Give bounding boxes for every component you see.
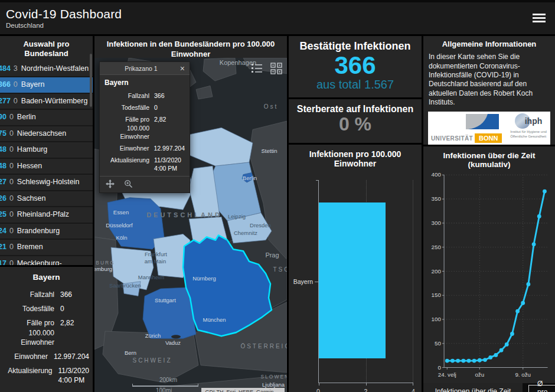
logo-banner: UNIVERSITÄT BONN ihph Institut für Hygie… <box>428 112 550 145</box>
basemap-icon[interactable] <box>270 63 282 77</box>
sidebar-item-schleswig-holstein[interactable]: 270Schleswig-Holstein <box>0 175 93 191</box>
bonn-label: BONN <box>475 133 502 143</box>
death-rate-panel: Sterberate auf Infektionen 0 % <box>289 99 422 143</box>
map-attribution: GDI-TH, Esri, HERE, Garmin, ... <box>201 388 285 392</box>
confirmed-subtext: aus total 1.567 <box>289 78 422 92</box>
bar-chart-panel: Infektionen pro 100.000 Einwohner Bayern <box>289 145 422 392</box>
svg-text:SLOWENI: SLOWENI <box>260 374 287 380</box>
tab-avg-pro-tag[interactable]: Ø pro Tag <box>528 385 555 392</box>
details-title: Bayern <box>0 268 93 285</box>
ihph-label: ihph <box>525 116 543 126</box>
popup-header: Prikazano 1 × <box>100 62 190 75</box>
uni-label: UNIVERSITÄT <box>431 135 473 142</box>
sidebar-item-nordrhein-westfalen[interactable]: 4843Nordrhein-Westfalen <box>0 61 93 78</box>
map-toolbar <box>250 63 282 77</box>
bar <box>319 202 386 358</box>
sidebar-item-berlin[interactable]: 900Berlin <box>0 110 93 126</box>
svg-text:Prag: Prag <box>265 251 279 258</box>
legend-icon[interactable] <box>250 63 263 77</box>
kv-row: Fälle pro 100.000 Einwohner2,82 <box>4 318 89 347</box>
svg-text:0: 0 <box>438 364 441 371</box>
svg-text:Köln: Köln <box>116 234 128 241</box>
column-stats: Bestätigte Infektionen 366 aus total 1.5… <box>289 36 422 392</box>
svg-text:Leipzig: Leipzig <box>228 213 246 220</box>
sidebar-item-mecklenburg-vorpommern[interactable]: 170Mecklenburg-Vorpommern <box>0 256 93 266</box>
chart-tabs: Infektionen über die Zeit Ø pro Tag <box>423 383 555 392</box>
details-panel: Bayern Fallzahl366Todesfälle0Fälle pro 1… <box>0 267 93 392</box>
svg-text:ožu: ožu <box>475 371 484 378</box>
svg-text:200: 200 <box>432 268 442 275</box>
popup-rows: Fallzahl366Todesfälle0Fälle pro 100.000 … <box>100 92 190 172</box>
popup-header-title: Prikazano 1 <box>103 65 179 72</box>
list-panel-title: Auswahl pro Bundesland <box>0 36 93 61</box>
info-text: In dieser Karte sehen Sie die dokumentie… <box>423 51 555 107</box>
confirmed-title: Bestätigte Infektionen <box>289 36 422 53</box>
bar-category-label: Bayern <box>293 278 313 285</box>
close-icon[interactable]: × <box>179 64 186 73</box>
svg-text:Stuttgart: Stuttgart <box>155 297 176 303</box>
scale-bar: 200km 100mi <box>132 377 198 392</box>
svg-text:24. velj: 24. velj <box>438 371 456 378</box>
scale-mi-label: 100mi <box>132 387 198 392</box>
svg-text:250: 250 <box>432 244 442 250</box>
column-map: Infektionen in den Bundesländern pro 100… <box>94 36 287 392</box>
zoom-in-icon[interactable] <box>124 179 133 190</box>
uni-bonn-curve-icon <box>466 114 499 129</box>
ihph-logo: ihph Institut für Hygiene und Öffentlich… <box>510 113 547 143</box>
sidebar-item-bremen[interactable]: 210Bremen <box>0 240 93 256</box>
sidebar-item-baden-w-rttemberg[interactable]: 2770Baden-Württemberg <box>0 94 93 110</box>
death-rate-value: 0 % <box>289 115 422 135</box>
sidebar-item-bayern[interactable]: 3660Bayern <box>0 77 93 94</box>
scale-km-label: 200km <box>132 377 198 383</box>
svg-text:MBURG: MBURG <box>94 260 115 266</box>
death-rate-title: Sterberate auf Infektionen <box>289 99 422 115</box>
map-popup: Prikazano 1 × Bayern Fallzahl366Todesfäl… <box>99 61 190 193</box>
confirmed-value: 366 <box>289 53 422 78</box>
svg-text:Düsseldorf: Düsseldorf <box>106 222 133 228</box>
map-title: Infektionen in den Bundesländern pro 100… <box>94 36 287 58</box>
kv-row: Einwohner12.997.204 <box>4 352 89 361</box>
svg-text:Dresden: Dresden <box>250 222 271 228</box>
svg-text:Zürich: Zürich <box>145 332 161 339</box>
svg-text:300: 300 <box>432 220 442 226</box>
info-title: Allgemeine Informationen <box>423 36 555 51</box>
sidebar-item-hamburg[interactable]: 480Hamburg <box>0 142 93 159</box>
popup-title: Bayern <box>100 75 190 88</box>
map-area[interactable]: KopenhagenOstStettinBerlinEssenDüsseldor… <box>94 58 287 392</box>
page-subtitle: Deutschland <box>6 22 122 29</box>
svg-text:emburg: emburg <box>94 266 112 272</box>
sidebar-item-rheinland-pfalz[interactable]: 250Rheinland-Pfalz <box>0 207 93 224</box>
sidebar-item-hessen[interactable]: 480Hessen <box>0 159 93 175</box>
svg-text:TSC: TSC <box>273 266 287 273</box>
sidebar-item-niedersachsen[interactable]: 750Niedersachsen <box>0 126 93 143</box>
svg-text:Vaduz: Vaduz <box>165 339 181 346</box>
svg-text:München: München <box>203 316 226 322</box>
sidebar-item-sachsen[interactable]: 260Sachsen <box>0 191 93 208</box>
svg-text:Ost: Ost <box>264 103 279 110</box>
bar-chart-plot <box>318 180 413 383</box>
kv-row: Fallzahl366 <box>4 290 89 299</box>
kv-row: Einwohner12.997.204 <box>105 144 185 152</box>
svg-text:Mannheim: Mannheim <box>138 273 164 280</box>
svg-text:DEUTSCHLAND: DEUTSCHLAND <box>146 211 222 218</box>
sidebar-item-brandenburg[interactable]: 240Brandenburg <box>0 224 93 240</box>
pan-icon[interactable] <box>106 179 115 190</box>
bundesland-list-panel: Auswahl pro Bundesland 4843Nordrhein-Wes… <box>0 36 93 265</box>
tab-infektionen-ueber-die-zeit[interactable]: Infektionen über die Zeit <box>423 383 523 392</box>
kv-row: Aktualisierung11/3/2020 4:00 PM <box>4 366 89 385</box>
column-left: Auswahl pro Bundesland 4843Nordrhein-Wes… <box>0 36 93 392</box>
header: Covid-19 Dashboard Deutschland <box>0 0 555 34</box>
ihph-subtext: Institut für Hygiene und Öffentliche Ges… <box>510 130 547 139</box>
bundesland-list: 4843Nordrhein-Westfalen3660Bayern2770Bad… <box>0 61 93 266</box>
svg-text:400: 400 <box>432 171 442 178</box>
covid-dashboard: Covid-19 Dashboard Deutschland Auswahl p… <box>0 0 555 392</box>
svg-text:150: 150 <box>432 292 442 298</box>
scale-line <box>132 384 198 387</box>
bar-chart-area: Bayern <box>289 169 422 383</box>
confirmed-infections-panel: Bestätigte Infektionen 366 aus total 1.5… <box>289 36 422 97</box>
page-title: Covid-19 Dashboard <box>6 7 122 21</box>
kv-row: Fallzahl366 <box>105 92 185 100</box>
menu-icon[interactable] <box>533 12 546 24</box>
info-panel: Allgemeine Informationen In dieser Karte… <box>423 36 555 145</box>
dashboard-body: Auswahl pro Bundesland 4843Nordrhein-Wes… <box>0 36 555 390</box>
